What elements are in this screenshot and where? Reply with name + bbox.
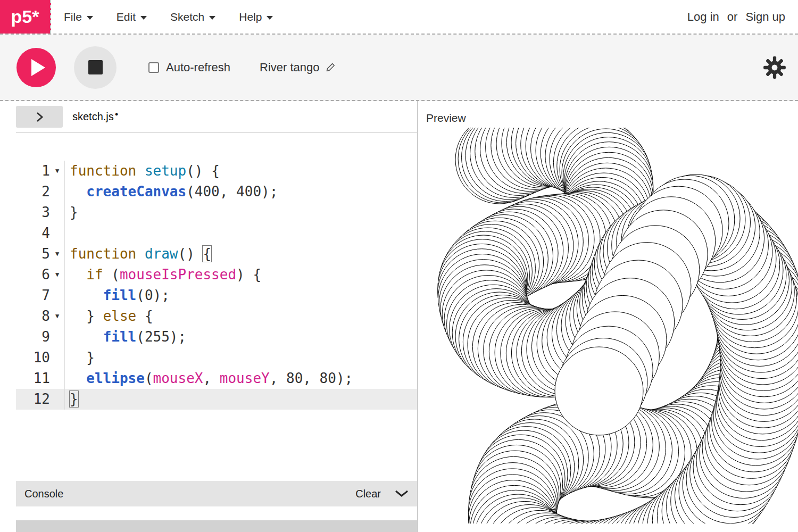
chevron-down-icon xyxy=(87,16,93,20)
menu-help-label: Help xyxy=(239,11,262,23)
code-line-3[interactable]: 3} xyxy=(16,202,417,223)
code-text: } xyxy=(65,389,78,410)
code-text: fill(255); xyxy=(65,327,186,347)
code-editor[interactable]: 1▼function setup() {2 createCanvas(400, … xyxy=(16,133,417,481)
code-text: fill(0); xyxy=(65,285,170,306)
line-number: 6 xyxy=(16,264,50,285)
auth-links: Log in or Sign up xyxy=(687,10,785,24)
gutter-spacer xyxy=(50,347,65,368)
tab-sketch-js[interactable]: sketch.js● xyxy=(72,111,118,123)
top-nav-bar: p5* File Edit Sketch Help Log in or Sign… xyxy=(0,0,798,35)
auto-refresh-checkbox[interactable] xyxy=(148,62,159,73)
gutter-spacer xyxy=(50,389,65,410)
line-number: 12 xyxy=(16,389,50,410)
stop-button[interactable] xyxy=(74,46,117,89)
gutter-spacer xyxy=(50,368,65,389)
login-link[interactable]: Log in xyxy=(687,10,719,24)
auto-refresh-label: Auto-refresh xyxy=(166,61,230,74)
chevron-down-icon xyxy=(267,16,273,20)
edit-pencil-icon[interactable] xyxy=(326,62,336,73)
gutter-spacer xyxy=(50,181,65,202)
chevron-down-icon xyxy=(140,16,147,20)
code-text: if (mouseIsPressed) { xyxy=(65,264,261,285)
menu-file[interactable]: File xyxy=(64,11,93,23)
code-text: function draw() { xyxy=(65,244,211,264)
gutter-spacer xyxy=(50,285,65,306)
menu-edit-label: Edit xyxy=(117,11,136,23)
code-text: function setup() { xyxy=(65,161,220,181)
fold-arrow-icon[interactable]: ▼ xyxy=(50,161,65,181)
file-tab-bar: sketch.js● xyxy=(16,101,417,133)
code-line-10[interactable]: 10 } xyxy=(16,347,417,368)
preview-canvas[interactable] xyxy=(420,128,798,523)
code-text: } xyxy=(65,202,78,223)
code-text: } else { xyxy=(65,306,153,327)
main-area: sketch.js● 1▼function setup() {2 createC… xyxy=(0,101,798,532)
code-text: createCanvas(400, 400); xyxy=(65,181,278,202)
unsaved-dot-icon: ● xyxy=(115,111,119,117)
editor-panel: sketch.js● 1▼function setup() {2 createC… xyxy=(0,101,418,532)
menu-help[interactable]: Help xyxy=(239,11,273,23)
code-line-5[interactable]: 5▼function draw() { xyxy=(16,244,417,264)
code-line-9[interactable]: 9 fill(255); xyxy=(16,327,417,347)
preview-title: Preview xyxy=(426,112,798,124)
menu-edit[interactable]: Edit xyxy=(117,11,147,23)
console-collapse-chevron-icon[interactable] xyxy=(395,490,409,497)
line-number: 1 xyxy=(16,161,50,181)
code-line-2[interactable]: 2 createCanvas(400, 400); xyxy=(16,181,417,202)
code-text xyxy=(65,223,70,244)
console-resize-strip[interactable] xyxy=(16,520,417,532)
p5-logo[interactable]: p5* xyxy=(0,0,51,34)
line-number: 7 xyxy=(16,285,50,306)
console-clear-button[interactable]: Clear xyxy=(355,488,381,500)
line-number: 9 xyxy=(16,327,50,347)
preview-panel: Preview xyxy=(418,101,798,532)
menu-sketch-label: Sketch xyxy=(170,11,204,23)
code-line-7[interactable]: 7 fill(0); xyxy=(16,285,417,306)
line-number: 8 xyxy=(16,306,50,327)
line-number: 4 xyxy=(16,223,50,244)
play-button[interactable] xyxy=(16,48,56,87)
tab-filename: sketch.js xyxy=(72,111,114,122)
line-number: 2 xyxy=(16,181,50,202)
console-title: Console xyxy=(24,488,63,500)
code-text: ellipse(mouseX, mouseY, 80, 80); xyxy=(65,368,353,389)
code-text: } xyxy=(65,347,95,368)
console-header: Console Clear xyxy=(16,481,417,506)
gutter-spacer xyxy=(50,202,65,223)
console-body xyxy=(16,506,417,520)
fold-arrow-icon[interactable]: ▼ xyxy=(50,244,65,264)
gutter-spacer xyxy=(50,223,65,244)
code-line-12[interactable]: 12} xyxy=(16,389,417,410)
play-icon xyxy=(31,59,45,76)
line-number: 5 xyxy=(16,244,50,264)
project-name-control: River tango xyxy=(260,61,336,74)
code-line-11[interactable]: 11 ellipse(mouseX, mouseY, 80, 80); xyxy=(16,368,417,389)
fold-arrow-icon[interactable]: ▼ xyxy=(50,306,65,327)
fold-arrow-icon[interactable]: ▼ xyxy=(50,264,65,285)
menu-sketch[interactable]: Sketch xyxy=(170,11,215,23)
chevron-right-icon xyxy=(35,112,44,122)
stop-icon xyxy=(88,60,103,74)
auth-or-text: or xyxy=(727,10,738,24)
line-number: 10 xyxy=(16,347,50,368)
toolbar: Auto-refresh River tango xyxy=(0,35,798,101)
code-line-6[interactable]: 6▼ if (mouseIsPressed) { xyxy=(16,264,417,285)
chevron-down-icon xyxy=(209,16,215,20)
gutter-spacer xyxy=(50,327,65,347)
code-line-4[interactable]: 4 xyxy=(16,223,417,244)
line-number: 3 xyxy=(16,202,50,223)
menu-file-label: File xyxy=(64,11,82,23)
code-line-8[interactable]: 8▼ } else { xyxy=(16,306,417,327)
settings-gear-icon[interactable] xyxy=(762,55,787,80)
code-line-1[interactable]: 1▼function setup() { xyxy=(16,161,417,181)
project-name: River tango xyxy=(260,61,320,74)
sidebar-expand-button[interactable] xyxy=(16,106,63,128)
line-number: 11 xyxy=(16,368,50,389)
signup-link[interactable]: Sign up xyxy=(745,10,785,24)
auto-refresh-control: Auto-refresh xyxy=(148,61,230,74)
